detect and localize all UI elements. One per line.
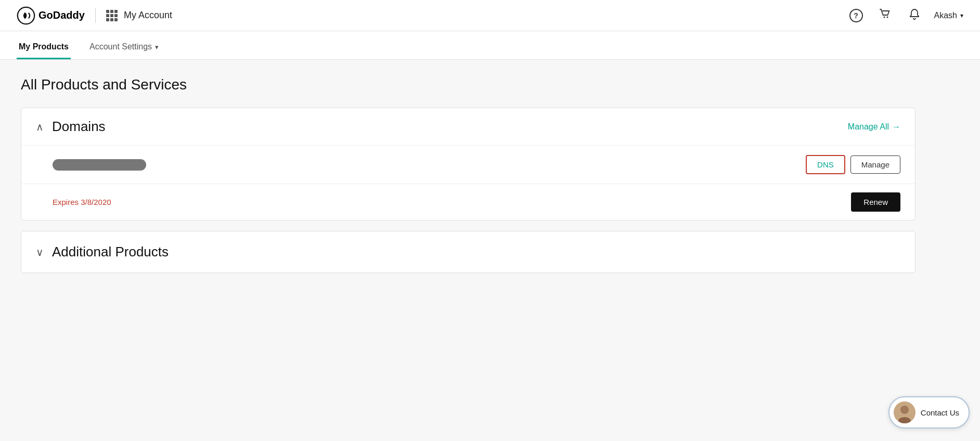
domains-chevron-up-icon: ∧: [36, 121, 44, 133]
bell-icon: [908, 8, 921, 23]
app-title: My Account: [124, 10, 172, 21]
brand-name: GoDaddy: [38, 9, 85, 21]
godaddy-logo[interactable]: GoDaddy: [17, 6, 85, 25]
my-products-label: My Products: [19, 42, 69, 51]
additional-products-title: Additional Products: [52, 244, 169, 260]
dns-label: DNS: [817, 160, 834, 169]
renew-label: Renew: [863, 198, 888, 206]
domains-title: Domains: [52, 119, 106, 135]
logo-area: GoDaddy: [17, 6, 85, 25]
manage-all-link[interactable]: Manage All →: [848, 122, 900, 132]
help-button[interactable]: ?: [847, 6, 866, 25]
manage-all-arrow-icon: →: [892, 122, 900, 132]
nav-my-products[interactable]: My Products: [17, 34, 71, 59]
manage-domain-label: Manage: [861, 160, 889, 169]
domains-title-area: ∧ Domains: [36, 119, 106, 135]
dns-button[interactable]: DNS: [806, 155, 845, 174]
expiry-text: Expires 3/8/2020: [53, 198, 111, 206]
header-left: GoDaddy My Account: [17, 6, 172, 25]
additional-products-section-card: ∨ Additional Products: [21, 231, 915, 273]
svg-point-1: [883, 16, 885, 18]
header-title-area: My Account: [106, 10, 172, 21]
expiry-row: Expires 3/8/2020 Renew: [21, 184, 915, 220]
account-settings-label: Account Settings: [89, 42, 152, 51]
domains-collapse-button[interactable]: ∧: [36, 121, 44, 133]
navigation-bar: My Products Account Settings ▾: [0, 31, 980, 60]
renew-button[interactable]: Renew: [851, 192, 900, 212]
godaddy-logo-icon: [17, 6, 35, 25]
header-right: ? Akash ▾: [847, 6, 963, 25]
notifications-button[interactable]: [905, 6, 924, 25]
domain-item-row: DNS Manage: [21, 145, 915, 184]
domains-section-header: ∧ Domains Manage All →: [21, 108, 915, 145]
additional-products-header: ∨ Additional Products: [21, 231, 915, 273]
header-divider: [95, 8, 96, 23]
user-menu-button[interactable]: Akash ▾: [934, 11, 963, 20]
user-chevron-icon: ▾: [960, 12, 963, 19]
nav-account-settings[interactable]: Account Settings ▾: [87, 34, 161, 59]
manage-all-label: Manage All: [848, 122, 889, 132]
additional-products-chevron-down-icon: ∨: [36, 246, 44, 258]
user-name: Akash: [934, 11, 957, 20]
additional-products-expand-button[interactable]: ∨: [36, 246, 44, 258]
domain-actions: DNS Manage: [806, 155, 900, 174]
help-icon: ?: [849, 9, 863, 22]
manage-domain-button[interactable]: Manage: [850, 155, 900, 174]
cart-icon: [879, 7, 892, 24]
grid-icon: [106, 10, 118, 21]
svg-point-2: [886, 16, 888, 18]
page-title: All Products and Services: [21, 76, 915, 93]
account-settings-chevron-icon: ▾: [155, 43, 159, 51]
main-content: All Products and Services ∧ Domains Mana…: [0, 60, 936, 300]
cart-button[interactable]: [876, 6, 895, 25]
additional-products-title-area: ∨ Additional Products: [36, 244, 169, 260]
domains-section-card: ∧ Domains Manage All → DNS Manage: [21, 108, 915, 220]
main-header: GoDaddy My Account ?: [0, 0, 980, 31]
domain-name-blurred: [53, 159, 146, 171]
